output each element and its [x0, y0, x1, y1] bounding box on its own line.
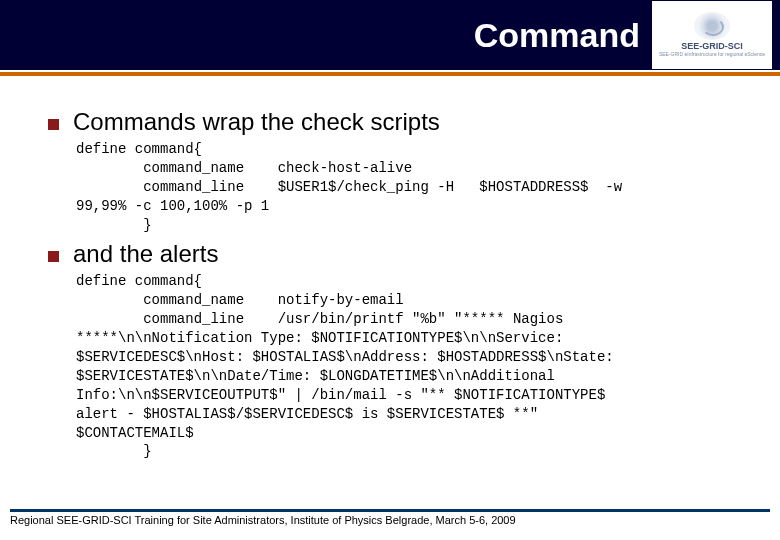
code-block-2: define command{ command_name notify-by-e…: [76, 272, 740, 461]
footer-divider: [10, 509, 770, 512]
bullet-text-2: and the alerts: [73, 240, 218, 268]
code-block-1: define command{ command_name check-host-…: [76, 140, 740, 234]
bullet-square-icon: [48, 251, 59, 262]
bullet-item-1: Commands wrap the check scripts: [48, 108, 740, 136]
footer-text: Regional SEE-GRID-SCI Training for Site …: [10, 514, 770, 526]
logo-text-sub: SEE-GRID eInfrastructure for regional eS…: [659, 52, 765, 58]
slide-title: Command: [474, 16, 640, 55]
logo: SEE-GRID-SCI SEE-GRID eInfrastructure fo…: [652, 1, 772, 69]
footer: Regional SEE-GRID-SCI Training for Site …: [0, 509, 780, 526]
logo-swirl-icon: [694, 12, 730, 40]
slide-body: Commands wrap the check scripts define c…: [0, 76, 780, 475]
bullet-square-icon: [48, 119, 59, 130]
header-bar: Command SEE-GRID-SCI SEE-GRID eInfrastru…: [0, 0, 780, 70]
bullet-text-1: Commands wrap the check scripts: [73, 108, 440, 136]
bullet-item-2: and the alerts: [48, 240, 740, 268]
